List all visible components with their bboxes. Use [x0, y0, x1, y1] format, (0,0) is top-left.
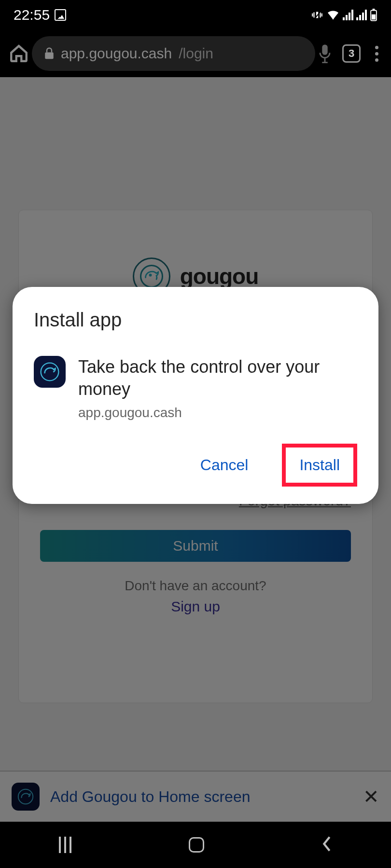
status-icons [311, 9, 377, 21]
image-icon [55, 9, 66, 21]
home-button[interactable] [189, 837, 204, 853]
svg-point-9 [41, 363, 59, 381]
android-nav-bar [0, 822, 391, 868]
install-button[interactable]: Install [289, 450, 350, 480]
back-button[interactable] [321, 836, 332, 854]
svg-rect-5 [322, 44, 327, 54]
signal-icon [343, 10, 353, 20]
cancel-button[interactable]: Cancel [186, 448, 263, 482]
dialog-message: Take back the control over your money [78, 356, 357, 400]
address-path: /login [179, 45, 213, 62]
signal-icon-2 [356, 10, 367, 20]
dialog-url: app.gougou.cash [78, 405, 357, 420]
mic-icon[interactable] [318, 44, 332, 63]
app-icon [34, 356, 66, 388]
dialog-title: Install app [34, 309, 357, 331]
overflow-menu-icon[interactable] [371, 46, 382, 62]
home-icon[interactable] [9, 43, 29, 64]
vibrate-mute-icon [311, 9, 323, 21]
install-app-dialog: Install app Take back the control over y… [13, 287, 378, 504]
install-highlight: Install [282, 444, 357, 487]
tab-count: 3 [349, 47, 354, 60]
lock-icon [44, 47, 54, 60]
battery-icon [370, 9, 377, 21]
tabs-button[interactable]: 3 [342, 44, 361, 63]
status-bar: 22:55 [0, 0, 391, 30]
svg-rect-3 [372, 14, 376, 20]
svg-rect-4 [45, 53, 54, 59]
recents-button[interactable] [59, 837, 71, 853]
address-bar[interactable]: app.gougou.cash/login [32, 36, 315, 71]
address-host: app.gougou.cash [61, 45, 172, 62]
status-time: 22:55 [14, 7, 50, 23]
wifi-icon [326, 10, 340, 20]
svg-rect-2 [373, 9, 375, 11]
browser-toolbar: app.gougou.cash/login 3 [0, 30, 391, 77]
